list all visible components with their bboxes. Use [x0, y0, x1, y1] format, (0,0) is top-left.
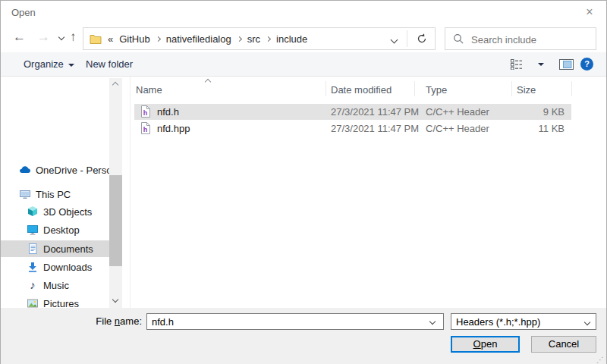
scroll-down-icon[interactable]	[112, 297, 118, 303]
address-divider	[407, 30, 407, 47]
breadcrumb-item[interactable]: nativefiledialog	[166, 33, 231, 45]
file-size: 11 KB	[468, 123, 565, 134]
sidebar-item-label: Music	[43, 280, 69, 291]
recent-locations-chevron-icon[interactable]	[58, 34, 64, 40]
breadcrumb-collapse-icon[interactable]: «	[108, 33, 113, 45]
refresh-icon[interactable]	[415, 32, 429, 48]
file-name-label: File name:	[61, 313, 142, 330]
column-divider[interactable]	[571, 81, 572, 96]
resize-grip-icon[interactable]: ⋰	[596, 356, 604, 364]
back-icon[interactable]: ←	[13, 30, 26, 45]
sidebar-item-downloads[interactable]: Downloads	[1, 259, 109, 275]
file-type-chevron-icon	[584, 319, 590, 325]
navigation-bar: ← → ↑ « GitHub nativefiledialog src incl…	[1, 24, 606, 52]
address-dropdown-chevron-icon[interactable]	[391, 36, 398, 44]
sidebar-item-label: OneDrive - Personal	[36, 165, 109, 176]
organize-label: Organize	[24, 58, 64, 70]
address-bar[interactable]: « GitHub nativefiledialog src include	[83, 27, 436, 50]
search-box	[445, 27, 596, 50]
open-button[interactable]: Open	[451, 336, 520, 353]
sidebar-item-label: Documents	[43, 243, 93, 255]
sort-ascending-icon	[205, 79, 211, 85]
column-divider[interactable]	[511, 81, 512, 96]
file-row-nfd-h[interactable]: h nfd.h 27/3/2021 11:47 PM C/C++ Header …	[134, 104, 571, 120]
organize-button[interactable]: Organize	[24, 58, 74, 70]
file-type-select[interactable]: Headers (*.h;*.hpp)	[451, 313, 596, 330]
forward-icon: →	[37, 30, 50, 45]
header-file-icon: h	[140, 122, 150, 136]
header-file-icon: h	[140, 105, 150, 120]
breadcrumb-item[interactable]: GitHub	[119, 33, 149, 45]
music-note-icon: ♪	[27, 279, 39, 291]
sidebar-item-music[interactable]: ♪ Music	[1, 277, 109, 293]
cube-3d-icon	[27, 206, 39, 218]
column-header-type[interactable]: Type	[426, 84, 447, 96]
details-view-icon[interactable]	[511, 59, 523, 72]
svg-text:h: h	[143, 109, 148, 117]
sidebar-divider	[130, 77, 131, 308]
search-icon	[453, 33, 464, 47]
file-date-modified: 27/3/2021 11:47 PM	[331, 106, 419, 118]
new-folder-button[interactable]: New folder	[86, 58, 133, 70]
column-header-size[interactable]: Size	[517, 84, 536, 96]
organize-dropdown-icon	[68, 64, 74, 67]
footer-panel: File name: Headers (*.h;*.hpp) Open Canc…	[1, 308, 606, 364]
column-header-name[interactable]: Name	[136, 84, 162, 96]
sidebar-item-label: 3D Objects	[43, 206, 92, 218]
file-name-input[interactable]	[146, 313, 444, 330]
sidebar-item-documents[interactable]: Documents	[1, 240, 109, 257]
sidebar-item-label: This PC	[36, 189, 71, 200]
breadcrumb: « GitHub nativefiledialog src include	[90, 28, 307, 49]
column-divider[interactable]	[414, 81, 415, 96]
breadcrumb-separator-icon[interactable]	[266, 36, 271, 41]
breadcrumb-item[interactable]: include	[276, 33, 307, 45]
sidebar-scrollbar[interactable]	[109, 78, 122, 308]
scrollbar-thumb[interactable]	[109, 175, 122, 266]
sidebar-item-3d-objects[interactable]: 3D Objects	[1, 203, 109, 220]
column-header-date-modified[interactable]: Date modified	[331, 84, 392, 96]
column-divider[interactable]	[326, 81, 326, 96]
folder-icon	[90, 33, 102, 44]
onedrive-cloud-icon	[19, 164, 31, 176]
sidebar-item-this-pc[interactable]: This PC	[1, 186, 109, 202]
file-row-nfd-hpp[interactable]: h nfd.hpp 27/3/2021 11:47 PM C/C++ Heade…	[134, 121, 571, 136]
scroll-up-icon[interactable]	[112, 82, 118, 88]
title-bar: Open ×	[1, 1, 606, 24]
download-arrow-icon	[27, 261, 39, 273]
breadcrumb-separator-icon[interactable]	[237, 36, 242, 41]
command-toolbar: Organize New folder ?	[1, 52, 606, 77]
file-name: nfd.hpp	[157, 123, 190, 134]
up-icon[interactable]: ↑	[70, 30, 77, 45]
documents-icon	[27, 243, 39, 255]
close-icon[interactable]: ×	[580, 4, 599, 20]
svg-text:h: h	[143, 126, 148, 133]
sidebar-item-label: Downloads	[43, 262, 92, 273]
help-icon[interactable]: ?	[580, 58, 593, 71]
sidebar-item-label: Desktop	[43, 224, 80, 236]
file-type-value: Headers (*.h;*.hpp)	[456, 316, 540, 328]
desktop-icon	[27, 224, 39, 236]
breadcrumb-separator-icon[interactable]	[156, 36, 161, 41]
breadcrumb-item[interactable]: src	[247, 33, 260, 45]
file-name: nfd.h	[157, 106, 179, 118]
main-area: OneDrive - Personal This PC 3D Objects D…	[1, 77, 606, 308]
file-date-modified: 27/3/2021 11:47 PM	[331, 123, 419, 134]
sidebar-item-onedrive[interactable]: OneDrive - Personal	[1, 162, 109, 178]
cancel-button[interactable]: Cancel	[531, 336, 596, 353]
computer-icon	[19, 188, 31, 200]
sidebar-item-desktop[interactable]: Desktop	[1, 221, 109, 238]
open-file-dialog: Open × ← → ↑ « GitHub nativefiledialog s…	[0, 0, 607, 364]
search-input[interactable]	[470, 30, 593, 49]
preview-pane-icon[interactable]	[559, 59, 574, 72]
views-dropdown-icon[interactable]	[538, 63, 544, 66]
file-size: 9 KB	[468, 106, 565, 118]
dialog-title: Open	[11, 7, 36, 18]
